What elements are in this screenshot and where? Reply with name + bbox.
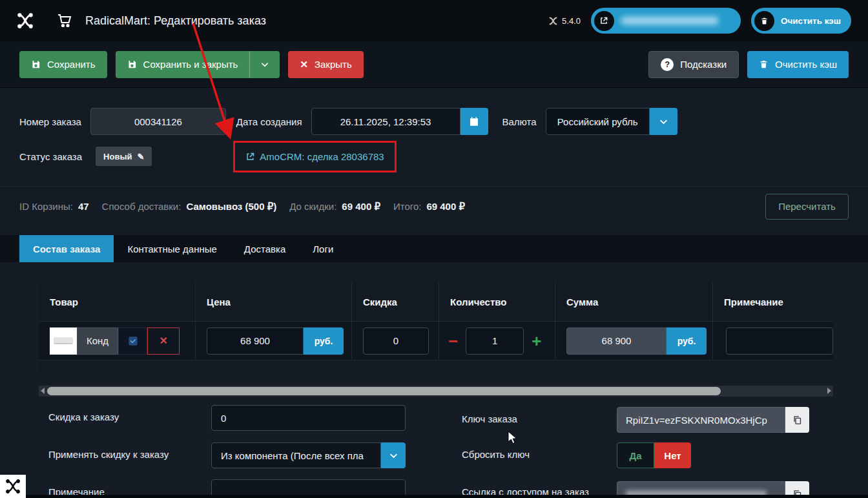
price-input[interactable]: 68 900 <box>207 327 304 355</box>
apply-discount-select[interactable]: Из компонента (После всех пла <box>211 442 381 468</box>
col-price: Цена <box>196 282 352 321</box>
joomla-logo-icon <box>5 479 21 494</box>
save-close-label: Сохранить и закрыть <box>143 59 238 70</box>
order-key-group: RpiIZ1v=ezFSKXNR0MOx3HjCp <box>617 407 809 433</box>
save-button[interactable]: Сохранить <box>19 51 107 78</box>
order-date-label: Дата создания <box>236 116 302 127</box>
cart-id-value: 47 <box>78 201 89 212</box>
tab-shipping[interactable]: Доставка <box>231 235 299 262</box>
row-note-input[interactable] <box>726 327 833 355</box>
amocrm-deal-link[interactable]: AmoCRM: сделка 28036783 <box>245 151 384 162</box>
amocrm-annotation-box: AmoCRM: сделка 28036783 <box>233 141 397 172</box>
sum-cell: 68 900 руб. <box>555 322 713 360</box>
calendar-button[interactable] <box>460 108 488 135</box>
tab-contact-data[interactable]: Контактные данные <box>114 235 230 262</box>
external-link-icon <box>594 11 614 31</box>
joomla-version-icon <box>548 16 558 26</box>
save-close-button[interactable]: Сохранить и закрыть <box>116 51 250 78</box>
tab-logs[interactable]: Логи <box>299 235 347 262</box>
reset-key-yes-option[interactable]: Да <box>617 442 654 468</box>
cart-id-label: ID Корзины: <box>19 201 73 212</box>
currency-select[interactable]: Российский рубль <box>546 108 650 135</box>
reset-key-label: Сбросить ключ <box>462 449 530 460</box>
quantity-input[interactable]: 1 <box>466 327 524 355</box>
joomla-logo-icon <box>17 12 34 29</box>
reset-key-no-option[interactable]: Нет <box>654 442 691 468</box>
product-cell: Конд ✕ <box>39 322 196 360</box>
order-date-field[interactable]: 26.11.2025, 12:39:53 <box>311 108 460 135</box>
checkbox-checked-icon <box>128 336 138 346</box>
currency-group: Российский рубль <box>546 108 677 135</box>
recalculate-button[interactable]: Пересчитать <box>765 194 849 220</box>
discount-cell: 0 <box>352 322 439 360</box>
total-value: 69 400 ₽ <box>426 201 465 213</box>
table-horizontal-scrollbar[interactable] <box>39 386 833 397</box>
reset-key-toggle: Да Нет <box>617 442 691 468</box>
order-tabs: Состав заказа Контактные данные Доставка… <box>0 235 868 262</box>
col-product: Товар <box>39 282 196 321</box>
quantity-minus-button[interactable]: − <box>448 333 458 349</box>
shipping-value: Самовывоз (500 ₽) <box>186 201 276 213</box>
quantity-plus-button[interactable]: + <box>532 333 541 349</box>
save-close-button-group: Сохранить и закрыть <box>116 51 280 78</box>
price-currency-suffix: руб. <box>304 327 344 355</box>
apply-discount-dropdown-button[interactable] <box>381 442 406 468</box>
products-table: Товар Цена Скидка Количество Сумма Приме… <box>39 282 833 376</box>
chevron-down-icon <box>389 451 398 461</box>
page-title: RadicalMart: Редактировать заказ <box>85 14 266 28</box>
order-date-group: 26.11.2025, 12:39:53 <box>311 108 488 135</box>
chevron-down-icon <box>260 60 269 69</box>
calendar-icon <box>469 116 479 127</box>
status-badge[interactable]: Новый ✎ <box>96 147 152 166</box>
topbar-clear-cache-button[interactable]: Очистить кэш <box>751 8 851 34</box>
discount-input[interactable]: 0 <box>363 327 429 355</box>
save-icon <box>31 59 41 69</box>
amocrm-link-label: AmoCRM: сделка 28036783 <box>260 151 384 162</box>
scroll-left-arrow-icon[interactable] <box>41 388 45 394</box>
order-summary-bar: ID Корзины: 47 Способ доставки: Самовыво… <box>19 193 849 220</box>
save-label: Сохранить <box>47 59 96 70</box>
top-bar: RadicalMart: Редактировать заказ 5.4.0 <box>0 0 868 41</box>
copy-icon <box>792 415 802 425</box>
hints-button[interactable]: ? Подсказки <box>648 51 739 78</box>
product-image <box>50 327 77 355</box>
order-discount-label: Скидка к заказу <box>48 411 119 422</box>
scroll-right-arrow-icon[interactable] <box>827 388 831 394</box>
order-key-label: Ключ заказа <box>462 413 517 424</box>
close-button[interactable]: ✕ Закрыть <box>288 51 363 78</box>
before-discount-value: 69 400 ₽ <box>342 201 380 213</box>
col-note: Примечание <box>713 282 833 321</box>
currency-label: Валюта <box>502 116 537 127</box>
product-select-checkbox[interactable] <box>118 327 147 355</box>
joomla-version: 5.4.0 <box>548 16 581 26</box>
total-label: Итого: <box>393 201 421 212</box>
save-options-dropdown-toggle[interactable] <box>249 51 280 78</box>
before-discount-label: До скидки: <box>289 201 336 212</box>
viewport-bottom-edge <box>0 495 868 498</box>
divider <box>0 186 868 187</box>
close-icon: ✕ <box>300 59 308 70</box>
cart-icon <box>57 13 72 28</box>
close-label: Закрыть <box>315 59 352 70</box>
trash-icon <box>754 11 774 31</box>
copy-order-key-button[interactable] <box>785 407 809 433</box>
joomla-corner-badge[interactable] <box>0 475 26 498</box>
product-delete-button[interactable]: ✕ <box>147 327 180 355</box>
external-link-icon <box>245 152 255 161</box>
table-header-row: Товар Цена Скидка Количество Сумма Приме… <box>39 282 833 321</box>
trash-icon <box>759 59 769 69</box>
note-cell <box>713 322 833 360</box>
order-discount-input[interactable]: 0 <box>211 405 406 431</box>
sum-readonly-field: 68 900 <box>566 327 666 355</box>
order-number-field[interactable]: 000341126 <box>90 108 226 135</box>
toolbar-clear-cache-button[interactable]: Очистить кэш <box>747 51 849 78</box>
version-text: 5.4.0 <box>562 16 581 26</box>
save-icon <box>127 59 137 69</box>
scrollbar-thumb[interactable] <box>47 387 721 395</box>
tab-order-contents[interactable]: Состав заказа <box>19 235 114 262</box>
quantity-cell: − 1 + <box>439 322 555 360</box>
table-row: Конд ✕ 68 900 руб. 0 − 1 + <box>39 321 833 360</box>
site-preview-button[interactable] <box>591 8 741 34</box>
currency-dropdown-button[interactable] <box>650 108 677 135</box>
product-name-button[interactable]: Конд <box>77 327 118 355</box>
